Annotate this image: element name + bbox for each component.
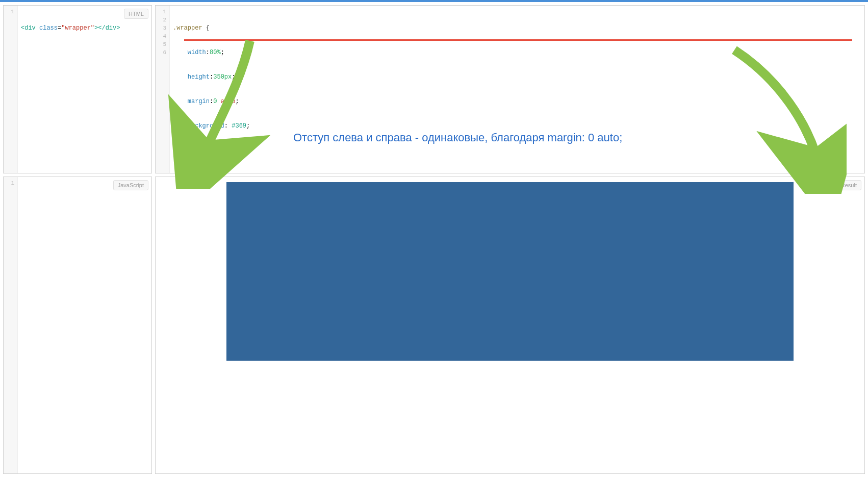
tag-close: > bbox=[116, 24, 120, 32]
css-value: 80% bbox=[210, 49, 221, 56]
css-brace: { bbox=[206, 24, 210, 32]
line-number: 1 bbox=[4, 179, 14, 187]
css-brace: } bbox=[173, 147, 176, 154]
text-cursor bbox=[177, 147, 177, 154]
css-prop: height bbox=[188, 73, 210, 81]
colon: : bbox=[206, 49, 210, 56]
css-gutter: 1 2 3 4 5 6 bbox=[156, 6, 170, 173]
css-code-area[interactable]: .wrapper { width:80%; height:350px; marg… bbox=[170, 6, 864, 173]
space bbox=[36, 24, 39, 32]
css-prop: margin bbox=[188, 98, 210, 105]
editor-grid: HTML 1 <div class="wrapper"></div> 1 2 3… bbox=[0, 2, 868, 477]
html-code-line-1[interactable]: <div class="wrapper"></div> bbox=[21, 24, 148, 32]
css-line-2[interactable]: width:80%; bbox=[173, 48, 861, 57]
indent bbox=[173, 49, 188, 56]
css-value: 350px bbox=[213, 73, 232, 81]
css-line-6[interactable]: } bbox=[173, 146, 861, 155]
indent bbox=[173, 98, 188, 105]
line-number: 1 bbox=[156, 8, 166, 16]
semi: ; bbox=[221, 49, 224, 56]
semi: ; bbox=[232, 73, 235, 81]
space bbox=[202, 24, 206, 32]
space bbox=[217, 98, 220, 105]
result-panel-label: Result bbox=[836, 180, 861, 190]
line-number: 4 bbox=[156, 32, 166, 40]
attr-value: wrapper bbox=[65, 24, 90, 32]
css-prop: background bbox=[188, 122, 224, 130]
js-panel[interactable]: JavaScript 1 bbox=[3, 177, 152, 474]
tag-name: div bbox=[24, 24, 36, 32]
semi: ; bbox=[235, 98, 239, 105]
semi: ; bbox=[246, 122, 250, 130]
line-number: 6 bbox=[156, 48, 166, 57]
html-panel[interactable]: HTML 1 <div class="wrapper"></div> bbox=[3, 5, 152, 173]
html-gutter: 1 bbox=[4, 6, 18, 173]
colon: : bbox=[224, 122, 232, 130]
line-number: 5 bbox=[156, 40, 166, 48]
line-number: 2 bbox=[156, 16, 166, 24]
line-number: 1 bbox=[4, 8, 14, 16]
js-gutter: 1 bbox=[4, 177, 18, 473]
tag-name: div bbox=[106, 24, 117, 32]
css-prop: width bbox=[188, 49, 206, 56]
js-panel-label: JavaScript bbox=[113, 180, 148, 190]
attr-quote: " bbox=[91, 24, 94, 32]
attr-name: class bbox=[39, 24, 58, 32]
result-panel: Result bbox=[155, 177, 865, 474]
css-selector: .wrapper bbox=[173, 24, 202, 32]
indent bbox=[173, 73, 188, 81]
result-wrapper-box bbox=[226, 182, 794, 361]
css-panel[interactable]: 1 2 3 4 5 6 .wrapper { width:80%; height… bbox=[155, 5, 865, 173]
result-content bbox=[156, 177, 864, 473]
html-panel-label: HTML bbox=[124, 9, 148, 19]
css-value: auto bbox=[221, 98, 236, 105]
css-line-5[interactable]: background: #369; bbox=[173, 122, 861, 130]
indent bbox=[173, 122, 188, 130]
css-line-1[interactable]: .wrapper { bbox=[173, 24, 861, 32]
css-line-4[interactable]: margin:0 auto; bbox=[173, 97, 861, 106]
annotation-underline bbox=[184, 39, 852, 41]
css-value: #369 bbox=[232, 122, 246, 130]
annotation-text: Отступ слева и справа - одинаковые, благ… bbox=[293, 131, 622, 144]
line-number: 3 bbox=[156, 24, 166, 32]
css-line-3[interactable]: height:350px; bbox=[173, 73, 861, 81]
tag-open: </ bbox=[98, 24, 105, 32]
